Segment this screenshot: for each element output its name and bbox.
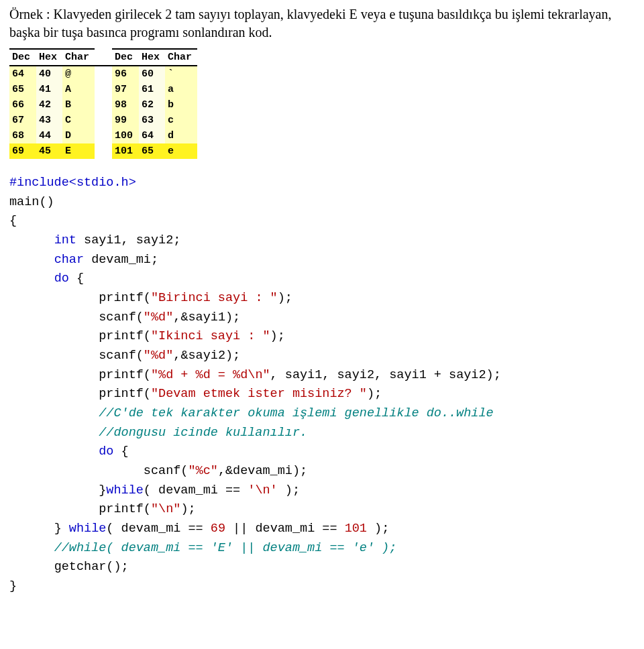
hdr-dec-2: Dec: [112, 49, 139, 66]
intro-paragraph: Örnek : Klavyeden girilecek 2 tam sayıyı…: [9, 5, 635, 42]
hdr-char-1: Char: [62, 49, 95, 66]
table-row: 6642B9862b: [9, 97, 197, 113]
kw-int: int: [54, 233, 76, 247]
preprocessor: #include<stdio.h>: [9, 176, 136, 190]
table-row: 6541A9761a: [9, 82, 197, 97]
hdr-dec-1: Dec: [9, 49, 36, 66]
kw-char: char: [54, 253, 84, 267]
code-block: #include<stdio.h> main() { int sayi1, sa…: [9, 174, 635, 597]
close-brace: }: [9, 579, 17, 593]
hdr-hex-1: Hex: [36, 49, 62, 66]
comment-3: //while( devam_mi == 'E' || devam_mi == …: [54, 541, 397, 555]
kw-do: do: [54, 272, 69, 286]
comment-1: //C'de tek karakter okuma işlemi genelli…: [99, 406, 493, 420]
hdr-char-2: Char: [165, 49, 197, 66]
ascii-table: Dec Hex Char Dec Hex Char 6440@9660`6541…: [9, 48, 197, 159]
table-row: 6743C9963c: [9, 113, 197, 128]
table-row: 6844D10064d: [9, 128, 197, 143]
open-brace: {: [9, 214, 17, 228]
ascii-header-row: Dec Hex Char Dec Hex Char: [9, 49, 197, 66]
table-row: 6945E10165e: [9, 143, 197, 159]
hdr-hex-2: Hex: [139, 49, 165, 66]
main-fn: main(): [9, 195, 54, 209]
table-row: 6440@9660`: [9, 66, 197, 82]
comment-2: //dongusu icinde kullanılır.: [99, 426, 307, 440]
